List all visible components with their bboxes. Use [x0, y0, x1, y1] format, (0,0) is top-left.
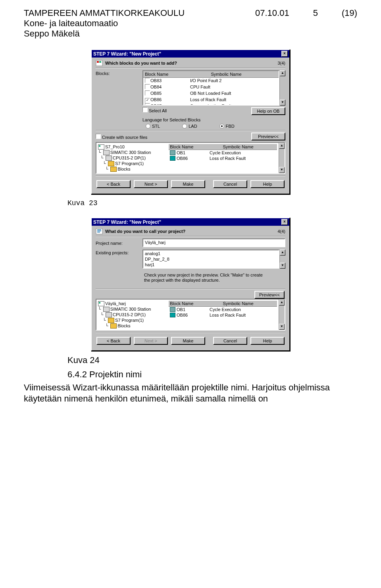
tree-root[interactable]: S7_Pro10 [105, 144, 125, 150]
folder-icon [110, 323, 117, 329]
scroll-up-icon[interactable]: ▲ [280, 70, 285, 76]
col-block-name: Block Name [145, 72, 211, 77]
tree-root[interactable]: Väylä_harj [105, 301, 126, 306]
block-name: OB84 [150, 84, 190, 90]
tree-item[interactable]: Blocks [117, 323, 130, 329]
next-button: Next > [134, 337, 168, 345]
help-button[interactable]: Help [250, 180, 285, 188]
list-item[interactable]: OB1Cycle Execution [169, 150, 277, 156]
list-item[interactable]: analog1 [145, 251, 277, 256]
dialog-question: What do you want to call your project? [105, 229, 275, 234]
page-num: 5 [313, 8, 318, 39]
preview-button[interactable]: Preview<< [254, 291, 285, 299]
help-on-ob-button[interactable]: Help on OB [251, 107, 285, 115]
tree-item[interactable]: CPU315-2 DP(1) [113, 312, 146, 317]
block-name: OB86 [150, 97, 190, 103]
folder-icon [108, 318, 114, 323]
scroll-up-icon[interactable]: ▲ [279, 143, 285, 149]
tree-item[interactable]: S7 Program(1) [115, 317, 144, 323]
scrollbar[interactable]: ▲ ▼ [279, 143, 285, 173]
list-item[interactable]: OB87Communication Fault [143, 103, 279, 105]
cancel-button[interactable]: Cancel [213, 337, 247, 345]
org-name: TAMPEREEN AMMATTIKORKEAKOULU [24, 8, 185, 18]
scroll-up-icon[interactable]: ▲ [280, 250, 285, 256]
list-item[interactable]: DP_har_2_8 [145, 256, 277, 262]
radio-lad[interactable]: LAD [182, 124, 197, 129]
select-all-checkbox[interactable]: Select All [142, 107, 167, 115]
list-item[interactable]: harj1 [145, 262, 277, 267]
block-list[interactable]: OB83I/O Point Fault 2 OB84CPU Fault OB85… [143, 78, 279, 105]
checkbox-icon[interactable] [145, 90, 150, 96]
help-button[interactable]: Help [250, 337, 285, 345]
existing-projects-list[interactable]: analog1 DP_har_2_8 harj1 [142, 250, 279, 269]
radio-stl[interactable]: STL [146, 124, 160, 129]
checkbox-icon[interactable] [142, 107, 148, 112]
checkbox-icon[interactable] [145, 98, 150, 103]
scrollbar[interactable]: ▲ ▼ [279, 70, 285, 106]
back-button[interactable]: < Back [96, 180, 131, 188]
wizard-dialog-projectname: STEP 7 Wizard: "New Project" × What do y… [91, 217, 290, 351]
tree-item[interactable]: CPU315-2 DP(1) [113, 155, 146, 161]
list-item[interactable]: OB83I/O Point Fault 2 [143, 78, 279, 84]
checkbox-icon[interactable] [145, 78, 150, 83]
scroll-down-icon[interactable]: ▼ [279, 167, 285, 173]
checkbox-icon[interactable] [96, 134, 101, 139]
station-icon [103, 150, 110, 155]
back-button[interactable]: < Back [96, 337, 131, 345]
scroll-down-icon[interactable]: ▼ [280, 263, 285, 269]
close-icon[interactable]: × [281, 51, 288, 57]
doc-date: 07.10.01 [255, 8, 289, 39]
next-button[interactable]: Next > [134, 180, 168, 188]
cpu-icon [106, 156, 112, 161]
checkbox-icon[interactable] [145, 103, 150, 105]
block-sym: I/O Point Fault 2 [190, 78, 277, 84]
block-icon [170, 156, 175, 161]
preview-pane: Väylä_harj └ SIMATIC 300 Station └ CPU31… [96, 299, 285, 331]
figure-caption: Kuva 24 [67, 355, 357, 365]
tree-item[interactable]: SIMATIC 300 Station [110, 306, 151, 312]
folder-icon [110, 167, 117, 172]
titlebar[interactable]: STEP 7 Wizard: "New Project" × [92, 50, 289, 58]
page-total: (19) [342, 8, 357, 39]
project-tree[interactable]: Väylä_harj └ SIMATIC 300 Station └ CPU31… [96, 300, 167, 330]
list-item[interactable]: OB1Cycle Execution [169, 307, 277, 312]
project-tree[interactable]: S7_Pro10 └ SIMATIC 300 Station └ CPU315-… [96, 143, 167, 173]
svg-rect-1 [97, 61, 99, 63]
tree-item[interactable]: S7 Program(1) [115, 161, 144, 166]
block-sym: OB Not Loaded Fault [190, 90, 277, 97]
radio-icon [219, 124, 224, 129]
list-item[interactable]: OB85OB Not Loaded Fault [143, 90, 279, 97]
block-sym: Communication Fault [190, 103, 277, 105]
list-item[interactable]: OB84CPU Fault [143, 84, 279, 90]
preview-pane: S7_Pro10 └ SIMATIC 300 Station └ CPU315-… [96, 142, 285, 174]
titlebar[interactable]: STEP 7 Wizard: "New Project" × [92, 218, 289, 226]
blocks-label: Blocks: [96, 70, 139, 76]
projectname-input[interactable]: Väylä_harj [142, 238, 285, 247]
radio-fbd[interactable]: FBD [219, 124, 235, 129]
folder-icon [108, 161, 114, 166]
station-icon [103, 307, 110, 312]
checkbox-icon[interactable] [145, 84, 150, 89]
svg-rect-2 [99, 61, 101, 63]
dialog-step: 3(4) [277, 61, 285, 65]
list-headers: Block Name Symbolic Name [143, 71, 279, 78]
block-sym: Loss of Rack Fault [190, 97, 277, 103]
body-paragraph: Viimeisessä Wizart-ikkunassa määritellää… [24, 382, 357, 404]
list-item[interactable]: OB86Loss of Rack Fault [143, 97, 279, 103]
create-with-source-checkbox[interactable]: Create with source files [96, 134, 147, 140]
make-button[interactable]: Make [171, 180, 205, 188]
scrollbar[interactable]: ▲ ▼ [279, 300, 285, 330]
scroll-up-icon[interactable]: ▲ [279, 300, 285, 306]
make-button[interactable]: Make [171, 337, 205, 345]
list-item[interactable]: OB86Loss of Rack Fault [169, 156, 277, 161]
scroll-down-icon[interactable]: ▼ [279, 324, 285, 330]
cancel-button[interactable]: Cancel [213, 180, 247, 188]
tree-item[interactable]: SIMATIC 300 Station [110, 150, 151, 155]
preview-button[interactable]: Preview<< [251, 133, 285, 140]
block-name: OB87 [150, 103, 190, 105]
close-icon[interactable]: × [281, 219, 288, 225]
scroll-down-icon[interactable]: ▼ [280, 100, 285, 106]
scrollbar[interactable]: ▲ ▼ [279, 250, 285, 269]
list-item[interactable]: OB86Loss of Rack Fault [169, 312, 277, 318]
tree-item[interactable]: Blocks [117, 166, 130, 172]
